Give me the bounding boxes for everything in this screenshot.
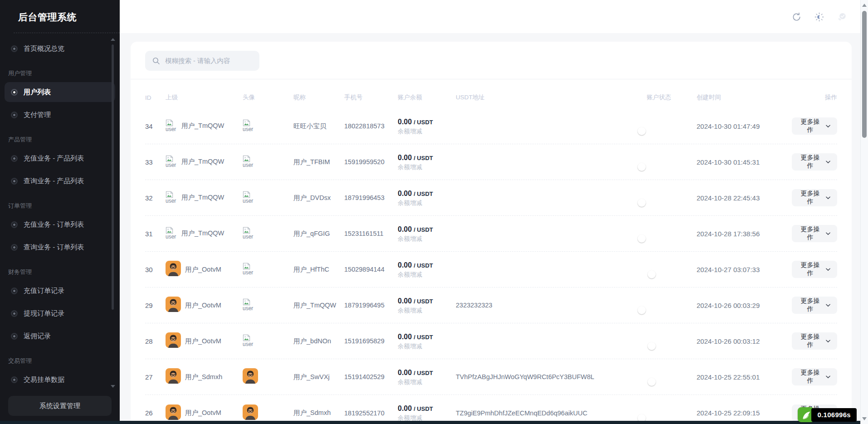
parent-name: 用户_OotvM — [185, 301, 221, 310]
cell-nickname: 用户_qFGIG — [293, 229, 344, 238]
toggle-knob — [638, 127, 646, 135]
sidebar-item-link[interactable]: 支付管理 — [5, 105, 115, 125]
sidebar-item-link[interactable]: 返佣记录 — [5, 326, 115, 346]
balance-adjust-link[interactable]: 余额增减 — [398, 342, 456, 351]
table-body: 34 user 用户_TmQQW user 旺旺小宝贝 18022818573 … — [145, 108, 837, 424]
cell-phone: 15191695829 — [344, 337, 398, 345]
cell-created-at: 2024-10-25 22:55:01 — [697, 373, 792, 381]
refresh-icon[interactable] — [791, 12, 801, 22]
more-actions-button[interactable]: 更多操作 — [792, 261, 837, 278]
cell-nickname: 用户_SwVXj — [293, 373, 344, 381]
balance-amount: 0.00 — [398, 225, 412, 233]
menu-item-label: 充值业务 - 订单列表 — [24, 220, 84, 229]
column-header: 头像 — [243, 93, 293, 102]
sidebar-item-link[interactable]: 充值业务 - 订单列表 — [5, 214, 115, 234]
broken-image-icon: user — [166, 155, 177, 169]
cell-parent: 用户_Sdmxh — [166, 368, 243, 385]
disc-icon — [11, 288, 18, 294]
balance-adjust-link[interactable]: 余额增减 — [398, 270, 456, 279]
more-actions-button[interactable]: 更多操作 — [792, 368, 837, 385]
admin-app: 后台管理系统 首页概况总览 用户管理 用户列表 支付管理 产品管理 充值业务 -… — [0, 0, 868, 424]
table-row: 32 user 用户_TmQQW user 用户_DVDsx 187919964… — [145, 180, 837, 216]
sidebar-item-link[interactable]: 充值业务 - 产品列表 — [5, 148, 115, 168]
page-load-time-badge[interactable]: 0.106996s — [811, 408, 857, 422]
sidebar-item-link[interactable]: 充值订单记录 — [5, 281, 115, 301]
broken-image-icon: user — [166, 191, 177, 205]
balance-adjust-link[interactable]: 余额增减 — [398, 306, 456, 315]
cell-nickname: 用户_HfThC — [293, 265, 344, 274]
cell-parent: 用户_OotvM — [166, 261, 243, 278]
scroll-down-icon[interactable] — [862, 417, 867, 420]
cell-nickname: 用户_DVDsx — [293, 194, 344, 202]
seal-icon[interactable] — [837, 12, 847, 22]
sidebar-scroll-down-icon[interactable] — [111, 385, 115, 388]
more-actions-label: 更多操作 — [799, 190, 822, 206]
parent-name: 用户_OotvM — [185, 265, 221, 274]
menu-item-label: 交易挂单数据 — [24, 375, 64, 384]
sidebar-item-link[interactable]: 查询业务 - 订单列表 — [5, 237, 115, 257]
balance-adjust-link[interactable]: 余额增减 — [398, 163, 456, 172]
disc-icon — [11, 221, 18, 228]
theme-icon[interactable] — [814, 12, 824, 22]
search-placeholder: 模糊搜索 - 请输入内容 — [165, 57, 230, 65]
broken-image-icon: user — [243, 334, 293, 348]
parent-name: 用户_TmQQW — [181, 193, 224, 202]
table-row: 31 user 用户_TmQQW user 用户_qFGIG 152311615… — [145, 216, 837, 252]
more-actions-button[interactable]: 更多操作 — [792, 117, 837, 135]
chevron-down-icon — [826, 161, 830, 164]
sidebar-scroll-up-icon[interactable] — [111, 38, 115, 41]
balance-line: 0.00/ USDT — [398, 260, 456, 270]
balance-amount: 0.00 — [398, 369, 412, 376]
cell-parent: user 用户_TmQQW — [166, 155, 243, 169]
column-header: 操作 — [792, 93, 837, 102]
sidebar-item-link[interactable]: 交易挂单数据 — [5, 370, 115, 390]
balance-amount: 0.00 — [398, 333, 412, 341]
balance-line: 0.00/ USDT — [398, 331, 456, 342]
more-actions-button[interactable]: 更多操作 — [792, 225, 837, 242]
sidebar-item-link[interactable]: 提现订单记录 — [5, 303, 115, 323]
sidebar-scrollbar[interactable] — [112, 40, 114, 382]
toggle-knob — [648, 270, 656, 278]
menu-item-label: 支付管理 — [24, 111, 51, 119]
more-actions-button[interactable]: 更多操作 — [792, 297, 837, 314]
cell-avatar: user — [243, 155, 293, 169]
cell-actions: 更多操作 — [792, 117, 837, 135]
search-input[interactable]: 模糊搜索 - 请输入内容 — [145, 51, 259, 71]
broken-image-icon: user — [166, 227, 177, 240]
balance-line: 0.00/ USDT — [398, 367, 456, 378]
search-icon — [152, 57, 160, 65]
table-header: ID上级头像昵称手机号账户余额USDT地址账户状态创建时间操作 — [145, 87, 837, 108]
balance-adjust-link[interactable]: 余额增减 — [398, 234, 456, 244]
table-row: 33 user 用户_TmQQW user 用户_TFBIM 159199595… — [145, 144, 837, 180]
menu-item-label: 用户列表 — [24, 88, 51, 97]
balance-adjust-link[interactable]: 余额增减 — [398, 378, 456, 387]
scroll-up-icon[interactable] — [862, 4, 867, 7]
sidebar-divider — [14, 33, 120, 33]
toggle-knob — [648, 378, 656, 386]
sidebar-item-link[interactable]: 首页概况总览 — [5, 39, 115, 58]
cell-avatar — [243, 368, 293, 385]
cell-nickname: 旺旺小宝贝 — [293, 122, 344, 131]
cell-phone: 15191402529 — [344, 373, 398, 380]
more-actions-button[interactable]: 更多操作 — [792, 153, 837, 171]
menu-item-label: 查询业务 - 订单列表 — [24, 243, 84, 252]
cell-avatar: user — [243, 119, 293, 133]
balance-currency: / USDT — [414, 298, 433, 305]
column-header: 账户状态 — [647, 93, 697, 102]
sidebar-item-link[interactable]: 查询业务 - 产品列表 — [5, 171, 115, 191]
more-actions-button[interactable]: 更多操作 — [792, 189, 837, 206]
sidebar-item-active[interactable]: 用户列表 — [5, 82, 115, 102]
page-scrollbar-thumb[interactable] — [862, 11, 867, 138]
cell-usdt-address: 2323232323 — [456, 302, 647, 309]
balance-line: 0.00/ USDT — [398, 117, 456, 127]
balance-adjust-link[interactable]: 余额增减 — [398, 127, 456, 136]
user-avatar — [166, 297, 181, 314]
page-scrollbar[interactable] — [860, 0, 868, 424]
balance-adjust-link[interactable]: 余额增减 — [398, 199, 456, 208]
sidebar-scrollbar-thumb[interactable] — [112, 44, 114, 310]
more-actions-button[interactable]: 更多操作 — [792, 332, 837, 350]
system-settings-button[interactable]: 系统设置管理 — [8, 396, 112, 416]
user-avatar — [166, 332, 181, 350]
cell-parent: 用户_OotvM — [166, 332, 243, 350]
cell-id: 27 — [145, 373, 166, 381]
